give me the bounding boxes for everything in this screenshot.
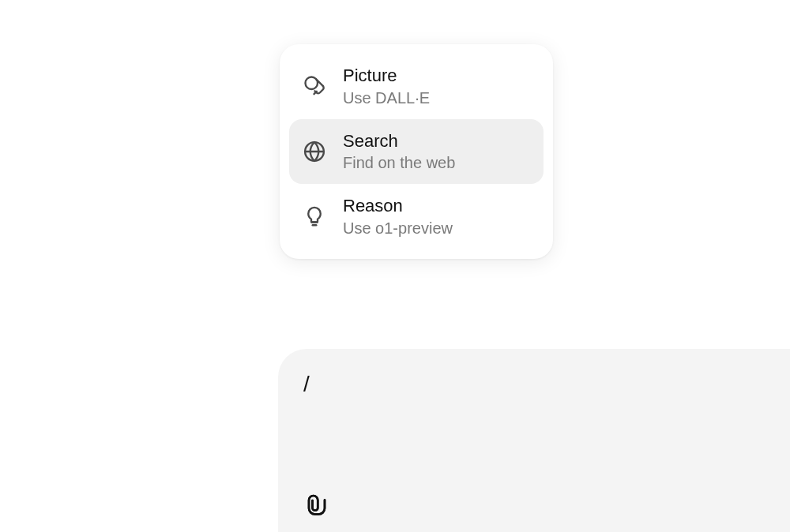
menu-item-title: Reason <box>343 195 453 217</box>
input-toolbar <box>303 491 766 518</box>
menu-item-reason[interactable]: Reason Use o1-preview <box>289 184 544 249</box>
paintbrush-icon <box>302 73 327 99</box>
menu-item-title: Search <box>343 130 455 152</box>
globe-icon <box>302 139 327 164</box>
paperclip-icon <box>305 493 329 516</box>
menu-item-subtitle: Use o1-preview <box>343 218 453 238</box>
menu-item-text: Search Find on the web <box>343 130 455 174</box>
menu-item-text: Picture Use DALL·E <box>343 65 430 108</box>
message-input-text[interactable]: / <box>303 371 766 491</box>
menu-item-subtitle: Find on the web <box>343 152 455 173</box>
attach-button[interactable] <box>303 491 330 518</box>
menu-item-search[interactable]: Search Find on the web <box>289 119 544 185</box>
menu-item-picture[interactable]: Picture Use DALL·E <box>289 54 544 119</box>
message-input-area[interactable]: / <box>278 349 790 532</box>
command-menu: Picture Use DALL·E Search Find on the we… <box>280 44 553 259</box>
menu-item-subtitle: Use DALL·E <box>343 88 430 108</box>
lightbulb-icon <box>302 204 327 229</box>
menu-item-text: Reason Use o1-preview <box>343 195 453 238</box>
menu-item-title: Picture <box>343 65 430 87</box>
